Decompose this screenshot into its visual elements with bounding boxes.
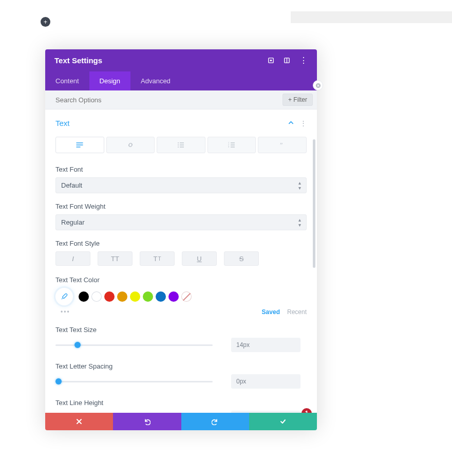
redo-button[interactable] xyxy=(181,413,249,430)
seg-link[interactable] xyxy=(106,137,155,153)
swatch-yellow[interactable] xyxy=(130,291,140,302)
section-more-icon[interactable]: ⋮ xyxy=(300,119,307,127)
label-font: Text Font xyxy=(55,166,307,173)
modal-body: Text ⋮ 123 xyxy=(45,109,317,413)
cancel-button[interactable] xyxy=(45,413,113,430)
seg-ol[interactable]: 123 xyxy=(208,137,256,153)
svg-point-1 xyxy=(270,60,272,62)
search-input[interactable] xyxy=(55,96,282,104)
tab-design[interactable]: Design xyxy=(89,71,130,90)
plus-icon: + xyxy=(288,96,292,103)
section-title: Text xyxy=(55,119,70,127)
label-text-size: Text Text Size xyxy=(55,326,307,334)
color-picker-button[interactable] xyxy=(55,288,73,305)
tab-advanced[interactable]: Advanced xyxy=(130,71,181,90)
undo-button[interactable] xyxy=(113,413,181,430)
snap-icon[interactable] xyxy=(284,57,290,64)
svg-point-7 xyxy=(178,147,179,148)
svg-text:3: 3 xyxy=(228,145,230,148)
label-letter-spacing: Text Letter Spacing xyxy=(55,362,307,370)
modal-title: Text Settings xyxy=(54,56,102,65)
letter-spacing-slider[interactable] xyxy=(55,381,213,382)
letter-spacing-input[interactable] xyxy=(231,374,300,389)
chevron-select-icon: ▴▾ xyxy=(298,180,301,191)
seg-paragraph[interactable] xyxy=(55,137,104,153)
swatch-blue[interactable] xyxy=(156,291,166,302)
italic-toggle[interactable]: I xyxy=(55,251,90,266)
line-height-input[interactable] xyxy=(231,411,300,413)
search-row: + Filter xyxy=(45,90,317,109)
svg-point-6 xyxy=(178,144,179,145)
modal-header: Text Settings Content Design Advanced xyxy=(45,49,317,90)
smallcaps-toggle[interactable]: TT xyxy=(140,251,175,266)
color-subrow: ••• Saved Recent xyxy=(61,308,307,316)
swatch-orange[interactable] xyxy=(117,291,127,302)
color-swatches xyxy=(55,288,307,305)
svg-text:”: ” xyxy=(280,141,282,149)
swatch-black[interactable] xyxy=(79,291,89,302)
annotation-marker-1: 1 xyxy=(302,408,312,413)
strike-toggle[interactable]: S xyxy=(224,251,259,266)
plus-icon: + xyxy=(44,19,47,26)
svg-point-5 xyxy=(178,142,179,143)
tab-content[interactable]: Content xyxy=(45,71,89,90)
label-text-color: Text Text Color xyxy=(55,276,307,284)
font-style-row: I TT TT U S xyxy=(55,251,307,266)
font-weight-select[interactable]: Regular ▴▾ xyxy=(55,214,307,230)
underline-toggle[interactable]: U xyxy=(182,251,217,266)
chevron-select-icon: ▴▾ xyxy=(298,217,301,228)
add-module-button[interactable]: + xyxy=(41,17,50,27)
modal-footer xyxy=(45,413,317,430)
swatch-purple[interactable] xyxy=(168,291,179,302)
section-header: Text ⋮ xyxy=(55,119,307,127)
more-swatches-icon[interactable]: ••• xyxy=(61,308,70,316)
swatch-none[interactable] xyxy=(181,291,192,302)
label-font-style: Text Font Style xyxy=(55,240,307,247)
text-size-input[interactable] xyxy=(231,338,300,352)
text-settings-modal: Text Settings Content Design Advanced xyxy=(45,49,317,430)
modal-tabs: Content Design Advanced xyxy=(45,71,317,90)
text-type-segmented: 123 ” xyxy=(55,137,307,153)
seg-quote[interactable]: ” xyxy=(258,137,307,153)
text-size-slider[interactable] xyxy=(55,344,213,346)
font-select[interactable]: Default ▴▾ xyxy=(55,177,307,193)
label-font-weight: Text Font Weight xyxy=(55,203,307,210)
top-toolbar-placeholder xyxy=(291,11,452,23)
scrollbar[interactable] xyxy=(313,139,315,268)
label-line-height: Text Line Height xyxy=(55,399,307,407)
expand-icon[interactable] xyxy=(268,57,274,64)
swatch-lime[interactable] xyxy=(143,291,153,302)
color-tab-recent[interactable]: Recent xyxy=(287,308,307,316)
help-close-button[interactable] xyxy=(313,80,323,90)
more-menu-icon[interactable] xyxy=(299,56,308,65)
save-button[interactable] xyxy=(249,413,317,430)
modal-title-row: Text Settings xyxy=(45,49,317,71)
filter-button[interactable]: + Filter xyxy=(282,94,313,106)
uppercase-toggle[interactable]: TT xyxy=(98,251,133,266)
swatch-red[interactable] xyxy=(104,291,115,302)
collapse-icon[interactable] xyxy=(288,119,294,127)
color-tab-saved[interactable]: Saved xyxy=(262,308,280,316)
swatch-white[interactable] xyxy=(91,291,102,302)
modal-header-actions xyxy=(268,56,308,65)
seg-ul[interactable] xyxy=(157,137,205,153)
